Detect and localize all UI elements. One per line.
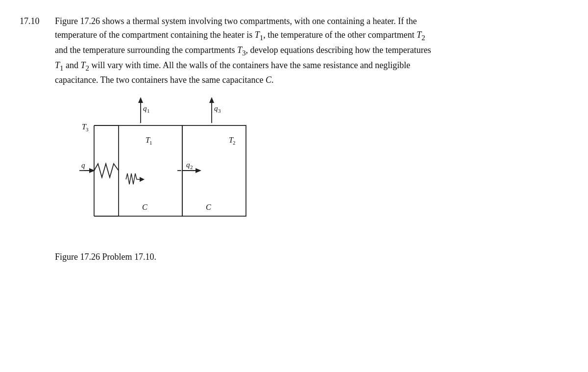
problem-text: Figure 17.26 shows a thermal system invo…: [55, 15, 437, 87]
diagram-svg: T 3 q 1 T 1 q 3 T: [55, 96, 261, 243]
svg-text:2: 2: [233, 140, 236, 146]
c-label-left: C: [142, 203, 147, 211]
q2-label: q: [186, 161, 190, 169]
c-label-right: C: [206, 203, 211, 211]
svg-marker-7: [138, 97, 143, 103]
problem-number: 17.10: [20, 15, 55, 87]
q3-label: q: [214, 104, 218, 112]
svg-text:3: 3: [218, 108, 221, 114]
problem-text-row: 17.10 Figure 17.26 shows a thermal syste…: [20, 15, 568, 87]
svg-text:2: 2: [190, 164, 193, 170]
figure-area: T 3 q 1 T 1 q 3 T: [55, 96, 568, 262]
diagram-container: T 3 q 1 T 1 q 3 T: [55, 96, 261, 243]
q-label: q: [81, 161, 85, 169]
svg-text:3: 3: [86, 126, 89, 132]
svg-text:1: 1: [147, 108, 150, 114]
figure-caption: Figure 17.26 Problem 17.10.: [55, 252, 156, 262]
svg-marker-22: [140, 177, 145, 182]
problem-block: 17.10 Figure 17.26 shows a thermal syste…: [20, 15, 568, 262]
svg-marker-18: [196, 168, 201, 173]
q1-label: q: [143, 104, 147, 112]
svg-marker-11: [209, 97, 214, 103]
svg-rect-3: [119, 125, 182, 216]
svg-text:1: 1: [149, 140, 152, 146]
